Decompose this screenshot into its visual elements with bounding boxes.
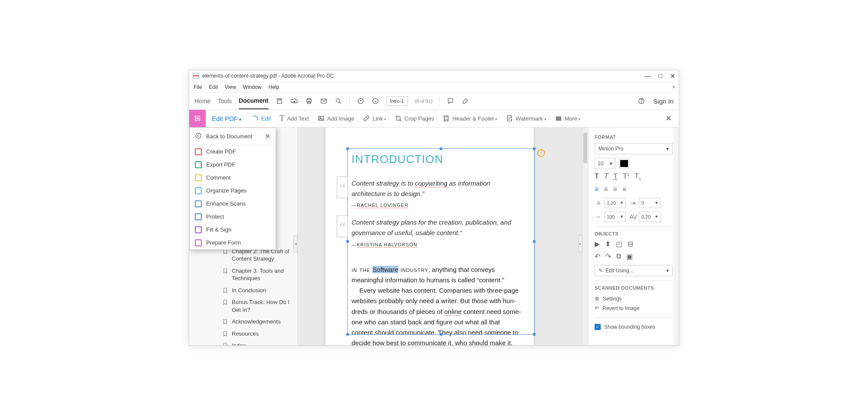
acrobat-window: elements-of-content-strategy.pdf - Adobe… (189, 70, 679, 346)
superscript-icon[interactable]: T1 (623, 173, 629, 181)
sign-in-button[interactable]: Sign In (653, 98, 674, 105)
kerning-input[interactable]: 0.20▾ (639, 212, 661, 222)
flip-v-icon[interactable]: ⬍ (605, 240, 611, 248)
link-button[interactable]: Link (358, 115, 390, 122)
separator (439, 96, 440, 106)
close-button[interactable]: ✕ (670, 72, 675, 79)
quote-2: “ Content strategy plans for the creatio… (352, 217, 522, 239)
more-button[interactable]: More (551, 115, 585, 122)
font-size-input[interactable]: 10▾ (595, 158, 615, 169)
flyout-item-fill-&-sign[interactable]: Fill & Sign (190, 223, 276, 236)
save-icon[interactable] (276, 97, 283, 105)
show-bounding-boxes-checkbox[interactable]: ✓Show bounding boxes (595, 322, 673, 332)
tab-home[interactable]: Home (194, 98, 210, 105)
align-icon[interactable]: ⊟ (628, 240, 633, 248)
edit-using-dropdown[interactable]: ✎Edit Using...▾ (595, 265, 673, 276)
subscript-icon[interactable]: T1 (635, 173, 641, 181)
bookmark-item[interactable]: Bonus Track: How Do I Get In? (189, 296, 297, 316)
flip-h-icon[interactable]: ▶ (595, 240, 600, 248)
collapse-right-icon[interactable]: ▸ (578, 235, 582, 252)
arrange-icon[interactable]: ▣ (626, 252, 633, 261)
email-icon[interactable] (320, 97, 328, 105)
edit-pdf-dropdown[interactable]: Edit PDF (206, 115, 247, 122)
align-left-icon[interactable]: ≡ (595, 186, 598, 193)
flyout-item-icon (195, 174, 202, 181)
maximize-button[interactable]: □ (659, 72, 662, 79)
watermark-button[interactable]: Watermark (502, 115, 551, 122)
align-justify-icon[interactable]: ≡ (622, 186, 626, 193)
indent-input[interactable]: 0▾ (639, 198, 661, 208)
scanned-section-title: SCANNED DOCUMENTS (595, 285, 673, 291)
flyout-item-icon (195, 239, 202, 246)
menubar-close-icon[interactable]: × (672, 84, 675, 90)
text-selection-box[interactable] (347, 148, 535, 335)
flyout-item-protect[interactable]: Protect (190, 210, 276, 223)
menu-help[interactable]: Help (269, 84, 279, 90)
viewport-scrollbar[interactable] (582, 127, 588, 345)
crop-pages-button[interactable]: Crop Pages (391, 115, 439, 122)
rotate-cw-icon[interactable]: ↷ (605, 252, 611, 261)
menu-window[interactable]: Window (243, 84, 262, 90)
font-color-swatch[interactable] (619, 159, 629, 168)
bookmark-item[interactable]: Acknowledgements (189, 316, 297, 328)
line-height-input[interactable]: 1.20▾ (604, 198, 626, 208)
flyout-item-create-pdf[interactable]: Create PDF (190, 145, 276, 158)
hscale-input[interactable]: 100▾ (604, 212, 626, 222)
print-icon[interactable] (305, 97, 313, 105)
bookmark-item[interactable]: In Conclusion (189, 284, 297, 297)
italic-icon[interactable]: T (604, 173, 608, 181)
add-image-button[interactable]: Add Image (313, 115, 359, 122)
collapse-left-icon[interactable]: ◂ (293, 235, 298, 252)
document-viewport[interactable]: ! INTRODUCTION “ Content strategy is to … (298, 127, 589, 345)
add-text-button[interactable]: TAdd Text (275, 114, 313, 123)
rotate-ccw-icon[interactable]: ↶ (595, 252, 600, 261)
svg-rect-15 (444, 116, 448, 121)
align-right-icon[interactable]: ≡ (613, 186, 617, 193)
align-center-icon[interactable]: ≡ (604, 186, 608, 193)
edit-button[interactable]: Edit (247, 115, 275, 122)
page-down-icon[interactable] (372, 97, 379, 105)
bookmark-item[interactable]: Index (189, 340, 297, 345)
flyout-item-comment[interactable]: Comment (190, 171, 276, 184)
edit-pdf-badge-icon (189, 110, 206, 127)
cloud-upload-icon[interactable] (290, 97, 298, 105)
close-edit-icon[interactable]: ✕ (658, 114, 679, 123)
flyout-item-organize-pages[interactable]: Organize Pages (190, 184, 276, 197)
tab-document[interactable]: Document (239, 97, 268, 109)
svg-point-22 (196, 133, 201, 138)
warning-icon[interactable]: ! (537, 149, 545, 157)
bookmark-item[interactable]: Chapter 3: Tools and Techniques (189, 265, 297, 284)
replace-icon[interactable]: ⧉ (616, 252, 621, 261)
svg-rect-19 (556, 117, 561, 118)
bold-icon[interactable]: T (595, 173, 599, 181)
settings-button[interactable]: ⚙Settings (595, 294, 673, 304)
format-section-title: FORMAT (595, 134, 673, 140)
menu-file[interactable]: File (194, 84, 202, 90)
header-footer-button[interactable]: Header & Footer (438, 115, 502, 122)
bookmark-icon (222, 268, 228, 274)
font-family-dropdown[interactable]: Minion Pro▾ (595, 143, 673, 154)
flyout-close-icon[interactable]: ✕ (265, 132, 270, 141)
kerning-icon: AV (629, 213, 637, 221)
bookmark-item[interactable]: Resources (189, 328, 297, 340)
flyout-item-enhance-scans[interactable]: Enhance Scans (190, 197, 276, 210)
panel-scrollbar[interactable] (674, 127, 679, 345)
menu-edit[interactable]: Edit (209, 84, 218, 90)
comment-icon[interactable] (447, 97, 454, 105)
flyout-item-icon (195, 187, 202, 194)
underline-icon[interactable]: T (614, 173, 618, 181)
flyout-item-export-pdf[interactable]: Export PDF (190, 158, 276, 171)
tab-tools[interactable]: Tools (217, 98, 232, 105)
revert-button[interactable]: ↶Revert to Image (595, 304, 673, 313)
minimize-button[interactable]: — (645, 72, 651, 79)
page-number-input[interactable] (386, 96, 408, 106)
help-icon[interactable] (638, 97, 645, 105)
flyout-item-prepare-form[interactable]: Prepare Form (190, 236, 276, 249)
back-arrow-icon[interactable] (195, 132, 202, 141)
crop-icon[interactable]: ◰ (616, 240, 622, 248)
search-icon[interactable] (335, 97, 342, 105)
back-to-document-button[interactable]: Back to Document (206, 133, 252, 140)
page-up-icon[interactable] (357, 97, 365, 105)
highlight-icon[interactable] (461, 97, 469, 105)
menu-view[interactable]: View (225, 84, 236, 90)
